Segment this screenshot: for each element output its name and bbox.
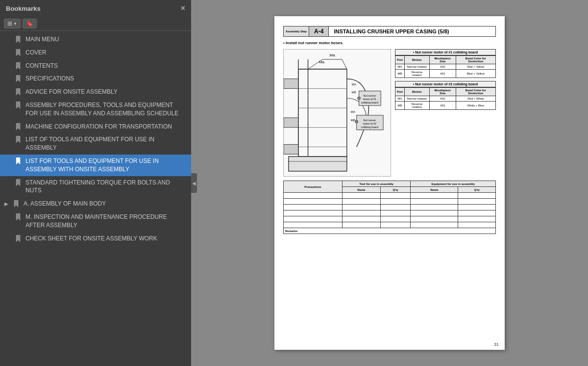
svg-text:Ma: Ma xyxy=(330,53,336,57)
motor1-table: Port Motion Mouthpiece Size Band Color f… xyxy=(395,55,496,78)
collapse-panel-button[interactable]: ◀ xyxy=(191,173,197,193)
table-row xyxy=(284,222,496,228)
bookmark-item-machine-config[interactable]: MACHINE CONFIGURATION FOR TRANSPORTATION xyxy=(0,120,191,133)
diagram-svg: Ma Ma xyxy=(284,50,391,176)
assembly-step-title: INSTALLING CRUSHER UPPER CASING (5/8) xyxy=(329,26,495,36)
col-motion: Motion xyxy=(405,56,430,64)
svg-rect-29 xyxy=(284,144,298,154)
bookmark-item-main-menu[interactable]: MAIN MENU xyxy=(0,33,191,46)
col-port: Port xyxy=(395,56,405,64)
bookmark-page-icon xyxy=(16,62,22,70)
table-row xyxy=(284,210,496,216)
svg-point-25 xyxy=(358,97,361,100)
bookmarks-list: MAIN MENU COVER CONTENTS SPECIFICATIONS … xyxy=(0,31,191,366)
bookmark-item-assembly-procedures[interactable]: ASSEMBLY PROCEDURES, TOOLS AND EQUIPMENT… xyxy=(0,99,191,120)
col-band: Band Color for Distinction xyxy=(456,56,495,64)
bookmark-page-icon xyxy=(16,75,22,82)
bookmark-item-advice-onsite[interactable]: ADVICE FOR ONSITE ASSEMBLY xyxy=(0,85,191,99)
motor1-section: • Nut runner motor of #1 colliding board… xyxy=(395,49,496,78)
bookmark-label-specifications: SPECIFICATIONS xyxy=(25,75,185,83)
dropdown-arrow-icon: ▼ xyxy=(13,22,17,26)
tool-name-header: Name xyxy=(343,187,381,193)
svg-text:Ma: Ma xyxy=(319,60,325,64)
svg-text:MB: MB xyxy=(352,91,356,94)
table-row: MBReverse rotation#02Blue + Yellow xyxy=(395,70,496,78)
svg-text:colliding board: colliding board xyxy=(361,101,378,104)
bookmark-item-contents[interactable]: CONTENTS xyxy=(0,59,191,73)
bookmark-label-cover: COVER xyxy=(25,49,185,57)
main-content: Ma Ma xyxy=(283,49,496,177)
bookmarks-title: Bookmarks xyxy=(6,5,41,12)
page-container: Assembly Step A-4 INSTALLING CRUSHER UPP… xyxy=(274,16,505,350)
bookmark-label-assembly-procedures: ASSEMBLY PROCEDURES, TOOLS AND EQUIPMENT… xyxy=(25,101,185,118)
svg-point-26 xyxy=(355,120,358,123)
table-row xyxy=(284,216,496,222)
bookmark-icon-button[interactable]: 🔖 xyxy=(23,19,37,28)
diagram-area: Ma Ma xyxy=(283,49,391,177)
bookmark-item-standard-tightening[interactable]: STANDARD TIGHTENING TORQUE FOR BOLTS AND… xyxy=(0,176,191,198)
bookmark-label-standard-tightening: STANDARD TIGHTENING TORQUE FOR BOLTS AND… xyxy=(25,179,185,195)
assembly-step-label: Assembly Step xyxy=(284,26,309,36)
bookmark-page-icon xyxy=(14,200,20,208)
equip-name-header: Name xyxy=(411,187,458,193)
bookmark-item-list-tools-assembly[interactable]: LIST OF TOOLS AND EQUIPMENT FOR USE IN A… xyxy=(0,133,191,155)
tables-area: • Nut runner motor of #1 colliding board… xyxy=(395,49,496,177)
bookmark-tag-icon: 🔖 xyxy=(26,20,33,27)
install-note: • Install nut runner motor hoses. xyxy=(283,41,496,45)
assembly-step-header: Assembly Step A-4 INSTALLING CRUSHER UPP… xyxy=(283,26,496,37)
bookmark-page-icon xyxy=(16,157,22,165)
table-row: MANormal rotation#02Red + White xyxy=(395,96,496,102)
bookmark-item-assembly-main-body[interactable]: ▶ A. ASSEMBLY OF MAIN BODY xyxy=(0,197,191,210)
bookmark-label-list-for-tools: LIST FOR TOOLS AND EQUIPMENT FOR USE IN … xyxy=(25,157,185,174)
bookmark-page-icon xyxy=(16,213,22,221)
motor2-title: • Nut runner motor of #2 colliding board xyxy=(395,81,496,87)
bookmark-page-icon xyxy=(16,136,22,143)
table-row: MANormal rotation#02Red + Yellow xyxy=(395,64,496,70)
table-row xyxy=(284,205,496,210)
bookmark-item-check-sheet[interactable]: CHECK SHEET FOR ONSITE ASSEMBLY WORK xyxy=(0,232,191,245)
bottom-table: Precautions Tool for use in assembly Equ… xyxy=(283,181,496,234)
bookmark-page-icon xyxy=(16,123,22,131)
grid-icon: ⊞ xyxy=(7,20,12,27)
svg-rect-22 xyxy=(289,157,347,171)
precautions-header: Precautions xyxy=(284,181,343,193)
bookmark-page-icon xyxy=(16,102,22,109)
expand-arrow-icon: ▶ xyxy=(3,200,10,208)
document-panel: Assembly Step A-4 INSTALLING CRUSHER UPP… xyxy=(191,0,588,366)
col-port: Port xyxy=(395,88,405,96)
bookmark-item-specifications[interactable]: SPECIFICATIONS xyxy=(0,72,191,85)
table-row: MBReverse rotation#02White + Blue xyxy=(395,102,496,110)
bookmark-page-icon xyxy=(16,49,22,56)
bookmark-item-cover[interactable]: COVER xyxy=(0,46,191,59)
close-icon[interactable]: × xyxy=(181,4,185,13)
bookmark-label-assembly-main-body: A. ASSEMBLY OF MAIN BODY xyxy=(24,200,185,208)
bookmark-label-inspection-maintenance: M. INSPECTION AND MAINTENANCE PROCEDURE … xyxy=(25,213,185,230)
page-number: 31 xyxy=(494,342,499,347)
col-motion: Motion xyxy=(405,88,430,96)
bookmark-page-icon xyxy=(16,88,22,96)
equipment-section-header: Equipment for use in assembly xyxy=(411,181,496,187)
bookmarks-toolbar: ⊞ ▼ 🔖 xyxy=(0,17,191,31)
bookmark-label-machine-config: MACHINE CONFIGURATION FOR TRANSPORTATION xyxy=(25,123,185,131)
motor2-table: Port Motion Mouthpiece Size Band Color f… xyxy=(395,87,496,110)
assembly-step-number: A-4 xyxy=(309,26,329,36)
svg-rect-28 xyxy=(284,118,298,128)
svg-text:Nut runner: Nut runner xyxy=(364,94,376,97)
grid-view-button[interactable]: ⊞ ▼ xyxy=(4,19,21,28)
svg-text:motor of #1: motor of #1 xyxy=(363,98,377,101)
tool-qty-header: Q'ty xyxy=(380,187,411,193)
bookmark-label-advice-onsite: ADVICE FOR ONSITE ASSEMBLY xyxy=(25,88,185,96)
svg-text:colliding board: colliding board xyxy=(361,126,378,129)
bookmark-label-list-tools-assembly: LIST OF TOOLS AND EQUIPMENT FOR USE IN A… xyxy=(25,135,185,152)
bookmark-label-contents: CONTENTS xyxy=(25,62,185,70)
table-row xyxy=(284,199,496,205)
bookmark-label-check-sheet: CHECK SHEET FOR ONSITE ASSEMBLY WORK xyxy=(25,235,185,243)
bookmark-item-inspection-maintenance[interactable]: M. INSPECTION AND MAINTENANCE PROCEDURE … xyxy=(0,210,191,232)
bookmark-item-list-for-tools[interactable]: LIST FOR TOOLS AND EQUIPMENT FOR USE IN … xyxy=(0,155,191,176)
col-band: Band Color for Distinction xyxy=(456,88,495,96)
col-mouthpiece: Mouthpiece Size xyxy=(429,88,456,96)
motor1-title: • Nut runner motor of #1 colliding board xyxy=(395,49,496,55)
equip-qty-header: Q'ty xyxy=(458,187,496,193)
collapse-arrow-icon: ◀ xyxy=(192,181,196,186)
svg-text:MB: MB xyxy=(351,119,355,122)
